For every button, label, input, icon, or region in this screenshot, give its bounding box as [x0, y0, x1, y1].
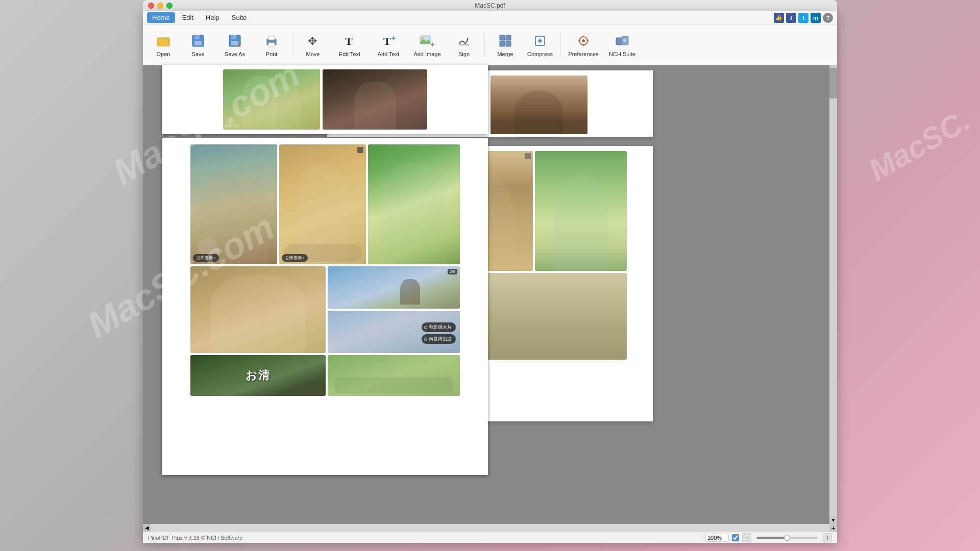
- save-as-button[interactable]: ↗ Save As: [216, 28, 253, 62]
- svg-point-25: [538, 39, 542, 42]
- edit-text-button[interactable]: T | Edit Text: [331, 28, 368, 62]
- pdf-area[interactable]: 立即查询 › 立即查询 ›: [162, 65, 818, 524]
- nch-suite-button[interactable]: NCH Suite: [604, 28, 641, 62]
- photo-couple-sitting: 立即查询 ›: [445, 151, 533, 271]
- menu-help[interactable]: Help: [201, 12, 225, 23]
- add-image-icon: +: [419, 33, 435, 49]
- save-as-label: Save As: [225, 51, 245, 57]
- print-button[interactable]: Print: [255, 28, 288, 62]
- preferences-label: Preferences: [568, 51, 598, 57]
- svg-text:✥: ✥: [308, 35, 317, 47]
- pdf-page-1: [327, 70, 653, 137]
- move-label: Move: [306, 51, 320, 57]
- photo-couple-standing: [535, 151, 627, 271]
- photo-couple-field: 立即查询 ›: [353, 151, 443, 360]
- open-label: Open: [157, 51, 170, 57]
- zoom-plus-status-button[interactable]: +: [823, 533, 832, 542]
- badge-1: 立即查询 ›: [355, 350, 379, 358]
- svg-text:T: T: [345, 35, 353, 47]
- edit-text-icon: T |: [341, 33, 358, 49]
- add-text-label: Add Text: [378, 51, 400, 57]
- maximize-button[interactable]: [166, 3, 173, 9]
- sign-label: Sign: [458, 51, 470, 57]
- sign-button[interactable]: Sign: [448, 28, 480, 62]
- right-sidebar: ▲ ▼: [818, 65, 837, 524]
- svg-text:↗: ↗: [237, 42, 241, 48]
- facebook-icon[interactable]: f: [786, 13, 796, 23]
- horizontal-scrollbar: ◀ ▶ +: [143, 524, 837, 532]
- traffic-lights[interactable]: [148, 3, 173, 9]
- separator-2: [484, 32, 485, 58]
- menu-edit[interactable]: Edit: [177, 12, 199, 23]
- svg-rect-10: [268, 43, 275, 47]
- svg-rect-23: [506, 41, 511, 46]
- sign-icon: [456, 33, 472, 49]
- toolbar: Open Save: [143, 24, 837, 65]
- compress-label: Compress: [527, 51, 553, 57]
- preferences-icon: [575, 33, 592, 49]
- linkedin-icon[interactable]: in: [811, 13, 821, 23]
- separator-1: [292, 32, 292, 58]
- compress-button[interactable]: Compress: [524, 28, 556, 62]
- scrollbar-thumb[interactable]: [829, 68, 837, 98]
- minimize-button[interactable]: [157, 3, 163, 9]
- add-text-button[interactable]: T + Add Text: [370, 28, 407, 62]
- status-bar: PicoPDF Plus v 3.16 © NCH Software − +: [143, 532, 837, 543]
- photo-overlay-icon: [525, 153, 531, 159]
- zoom-checkbox[interactable]: [732, 534, 739, 541]
- page-container[interactable]: 立即查询 › 立即查询 ›: [162, 65, 818, 524]
- scroll-left-button[interactable]: ◀: [143, 524, 151, 532]
- add-image-button[interactable]: + Add Image: [409, 28, 446, 62]
- title-bar: MacSC.pdf: [143, 0, 837, 11]
- svg-rect-22: [500, 41, 505, 46]
- badge-2: 立即查询 ›: [447, 261, 471, 269]
- menu-suite[interactable]: Suite: [227, 12, 252, 23]
- zoom-slider-thumb[interactable]: [784, 535, 790, 541]
- open-button[interactable]: Open: [147, 28, 180, 62]
- photo-couple-white-dress: [445, 273, 627, 360]
- print-label: Print: [266, 51, 278, 57]
- main-content: 立即查询 › 立即查询 ›: [143, 65, 837, 524]
- merge-button[interactable]: Merge: [489, 28, 522, 62]
- svg-rect-5: [231, 35, 236, 39]
- pdf-page-2: 立即查询 › 立即查询 ›: [327, 146, 653, 421]
- svg-text:T: T: [383, 35, 391, 47]
- zoom-slider-track[interactable]: [756, 537, 818, 539]
- scroll-down-button[interactable]: ▼: [829, 516, 837, 524]
- svg-text:+: +: [391, 34, 396, 42]
- preferences-button[interactable]: Preferences: [565, 28, 602, 62]
- window-title: MacSC.pdf: [475, 2, 505, 9]
- svg-rect-20: [500, 35, 505, 40]
- separator-3: [560, 32, 561, 58]
- svg-point-27: [582, 39, 585, 42]
- twitter-icon[interactable]: t: [798, 13, 808, 23]
- scroll-track: [151, 524, 829, 532]
- close-button[interactable]: [148, 3, 154, 9]
- save-as-icon: ↗: [227, 33, 243, 49]
- save-button[interactable]: Save: [182, 28, 214, 62]
- social-icons: 👍 f t in ?: [774, 13, 833, 23]
- svg-rect-32: [616, 38, 622, 45]
- photo-grid-main: 立即查询 › 立即查询 ›: [353, 151, 627, 360]
- add-image-label: Add Image: [413, 51, 440, 57]
- move-button[interactable]: ✥ Move: [297, 28, 329, 62]
- merge-label: Merge: [497, 51, 513, 57]
- page-top-photos: [327, 70, 653, 137]
- menu-home[interactable]: Home: [147, 12, 175, 23]
- svg-rect-21: [506, 35, 511, 40]
- svg-point-17: [422, 37, 424, 39]
- thumbsup-icon[interactable]: 👍: [774, 13, 784, 23]
- zoom-minus-button[interactable]: −: [742, 533, 751, 542]
- compress-icon: [532, 33, 548, 49]
- scrollbar-track: ▲ ▼: [829, 65, 837, 524]
- photo-top-right: [491, 76, 587, 134]
- menu-bar: Home Edit Help Suite 👍 f t in ?: [143, 11, 837, 24]
- merge-icon: [497, 33, 513, 49]
- add-text-icon: T +: [380, 33, 397, 49]
- zoom-input[interactable]: [705, 534, 729, 542]
- zoom-plus-button[interactable]: +: [829, 524, 837, 532]
- svg-text:|: |: [352, 35, 354, 42]
- help-icon[interactable]: ?: [823, 13, 833, 23]
- svg-rect-3: [194, 41, 202, 45]
- version-info: PicoPDF Plus v 3.16 © NCH Software: [148, 535, 242, 541]
